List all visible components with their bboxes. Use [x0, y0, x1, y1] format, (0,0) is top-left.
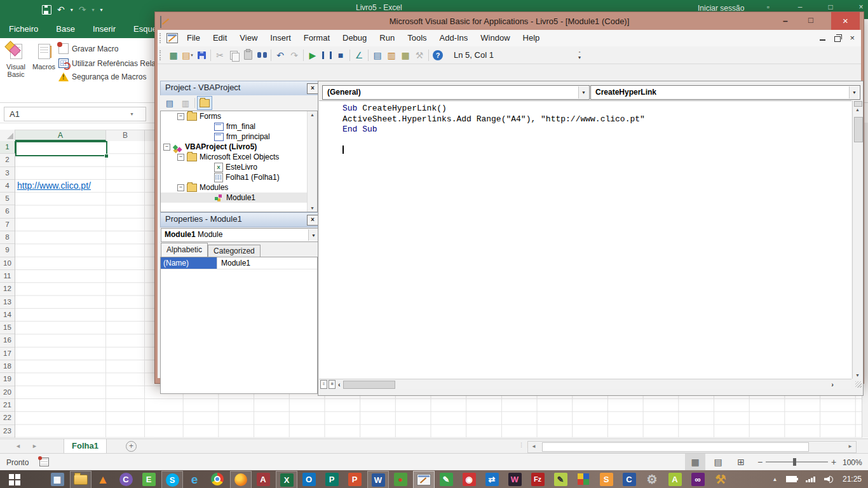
vba-titlebar[interactable]: Microsoft Visual Basic for Applications …: [155, 12, 864, 30]
code-editor[interactable]: Sub CreateHyperLink()ActiveSheet.Hyperli…: [319, 100, 851, 379]
taskbar-icon-pen-tool[interactable]: ✎: [436, 471, 456, 487]
taskbar-icon-filezilla[interactable]: Fz: [527, 471, 548, 487]
vertical-scroll-thumb[interactable]: [854, 117, 863, 142]
vba-maximize-button[interactable]: □: [803, 15, 818, 25]
zoom-out-button[interactable]: −: [757, 457, 763, 467]
taskbar-icon-calculator[interactable]: ▦: [47, 471, 67, 487]
row-header-5[interactable]: 5: [0, 193, 15, 205]
menu-debug[interactable]: Debug: [336, 30, 373, 46]
volume-icon[interactable]: [824, 475, 834, 483]
row-header-9[interactable]: 9: [0, 244, 15, 257]
toolbox-icon[interactable]: ⚒: [412, 49, 426, 62]
scroll-up-icon[interactable]: ▲: [853, 107, 862, 112]
break-icon[interactable]: [320, 49, 334, 62]
taskbar-icon-word[interactable]: W: [367, 471, 389, 488]
vba-minimize-button[interactable]: –: [778, 16, 793, 26]
resize-grip[interactable]: [855, 381, 862, 388]
scroll-left-icon[interactable]: ◄: [531, 444, 536, 449]
insert-userform-icon[interactable]: ▤▾: [180, 49, 194, 62]
row-header-11[interactable]: 11: [0, 270, 15, 283]
taskbar-icon-gear-app[interactable]: ⚙: [642, 471, 662, 487]
macros-button[interactable]: Macros: [31, 41, 57, 99]
tree-item-microsoft-excel-objects[interactable]: −Microsoft Excel Objects: [161, 152, 317, 162]
procedure-dropdown-icon[interactable]: ▼: [849, 86, 859, 98]
tree-expander-icon[interactable]: −: [177, 113, 184, 120]
row-header-1[interactable]: 1: [0, 141, 16, 154]
menu-run[interactable]: Run: [373, 30, 401, 46]
property-value[interactable]: Module1: [217, 257, 317, 269]
row-header-2[interactable]: 2: [0, 154, 15, 166]
taskbar-icon-access[interactable]: A: [253, 471, 273, 487]
ribbon-tab-esquema[interactable]: Esquema: [125, 19, 154, 38]
taskbar-icon-vba-editor[interactable]: [413, 471, 435, 488]
full-module-view-icon[interactable]: ≣: [329, 380, 336, 389]
scroll-down-icon[interactable]: ▼: [853, 373, 862, 377]
view-object-icon[interactable]: ▥: [179, 97, 193, 109]
view-code-icon[interactable]: ▤: [163, 97, 177, 109]
selector-dropdown-icon[interactable]: ▼: [308, 229, 318, 241]
taskbar-icon-wattpad[interactable]: W: [505, 471, 525, 487]
tree-item-modules[interactable]: −Modules: [161, 182, 317, 193]
project-panel-close-icon[interactable]: ×: [307, 83, 318, 94]
code-horizontal-scrollbar[interactable]: ≡ ≣ ‹ ›: [319, 379, 851, 390]
taskbar-icon-chrome[interactable]: [207, 471, 227, 487]
taskbar-icon-bittorrent[interactable]: C: [116, 471, 136, 487]
menu-tools[interactable]: Tools: [401, 30, 433, 46]
tree-item-vbaproject-livro5-[interactable]: −VBAProject (Livro5): [161, 142, 317, 152]
redo-icon[interactable]: ↷: [287, 49, 301, 62]
taskbar-icon-outlook[interactable]: O: [299, 471, 319, 487]
macro-record-status-icon[interactable]: [39, 458, 49, 466]
find-icon[interactable]: [255, 49, 269, 62]
properties-window-icon[interactable]: ▥: [384, 49, 398, 62]
menu-help[interactable]: Help: [517, 30, 546, 46]
row-header-6[interactable]: 6: [0, 205, 15, 218]
taskbar-icon-excel[interactable]: X: [276, 471, 297, 488]
tree-item-frm-principal[interactable]: frm_principal: [161, 132, 317, 142]
taskbar-icon-blocks-game[interactable]: [573, 471, 593, 487]
taskbar-icon-evernote[interactable]: E: [139, 471, 159, 487]
gravar-macro-button[interactable]: Gravar Macro: [58, 43, 156, 54]
name-box-dropdown-icon[interactable]: ▼: [130, 112, 134, 116]
taskbar-icon-publisher[interactable]: P: [322, 471, 342, 487]
row-header-19[interactable]: 19: [0, 373, 15, 386]
row-header-23[interactable]: 23: [0, 425, 15, 438]
taskbar-icon-teamviewer[interactable]: ⇄: [482, 471, 502, 487]
row-header-20[interactable]: 20: [0, 386, 15, 399]
row-header-12[interactable]: 12: [0, 283, 15, 295]
taskbar-icon-skype[interactable]: S: [161, 471, 183, 488]
taskbar-icon-android-app[interactable]: A: [665, 471, 685, 487]
ribbon-tab-inserir[interactable]: Inserir: [84, 19, 125, 38]
property-row[interactable]: (Name)Module1: [161, 257, 317, 269]
battery-icon[interactable]: [786, 476, 797, 482]
network-signal-icon[interactable]: [806, 477, 815, 482]
menu-format[interactable]: Format: [297, 30, 336, 46]
copy-icon[interactable]: [227, 49, 241, 62]
visual-basic-button[interactable]: Visual Basic: [3, 41, 29, 99]
object-dropdown[interactable]: (General) ▼: [322, 85, 590, 100]
tree-expander-icon[interactable]: −: [163, 144, 170, 151]
procedure-view-icon[interactable]: ≡: [320, 380, 327, 389]
row-header-7[interactable]: 7: [0, 219, 15, 231]
toolbar-overflow-icon[interactable]: ⹀▾: [574, 49, 585, 62]
relative-references-button[interactable]: Utilizar Referências Rela: [58, 58, 156, 68]
taskbar-icon-game[interactable]: ●: [390, 471, 410, 487]
scroll-right-icon[interactable]: ›: [831, 381, 834, 388]
column-header-A[interactable]: A: [15, 130, 106, 141]
tray-expand-icon[interactable]: ▲: [773, 477, 778, 482]
tree-item-forms[interactable]: −Forms: [161, 111, 317, 121]
horizontal-scroll-thumb[interactable]: [542, 442, 809, 452]
ribbon-tab-ficheiro[interactable]: Ficheiro: [0, 19, 47, 38]
undo-icon[interactable]: ↶: [273, 49, 287, 62]
design-mode-icon[interactable]: ∠: [352, 49, 366, 62]
column-header-C[interactable]: [145, 130, 154, 141]
save-icon[interactable]: [42, 5, 51, 15]
taskbar-icon-start[interactable]: [4, 471, 24, 487]
menu-file[interactable]: File: [180, 30, 207, 46]
taskbar-icon-cpp-ide[interactable]: C: [619, 471, 639, 487]
mdi-restore-icon[interactable]: [834, 36, 841, 42]
excel-close-button[interactable]: ×: [854, 3, 868, 11]
customize-qat-icon[interactable]: ▾: [100, 7, 103, 13]
tree-item-estelivro[interactable]: EsteLivro: [161, 162, 317, 172]
row-header-10[interactable]: 10: [0, 257, 15, 270]
tree-expander-icon[interactable]: −: [177, 184, 184, 191]
